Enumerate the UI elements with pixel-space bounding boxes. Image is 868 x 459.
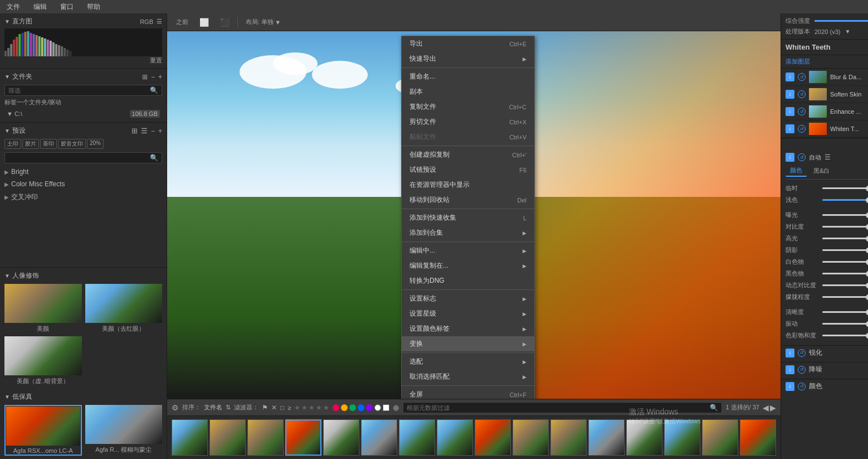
view-mode-1[interactable]: ⬜ xyxy=(196,17,212,28)
star-1[interactable]: ★ xyxy=(294,404,300,412)
slider-track-11[interactable] xyxy=(822,323,868,325)
folder-plus[interactable]: + xyxy=(158,73,162,81)
folder-toggle[interactable]: ▼ xyxy=(4,74,10,80)
film-thumb-13[interactable] xyxy=(664,419,700,456)
ctx-item-27[interactable]: 取消选择匹配 xyxy=(402,369,534,384)
strength-slider[interactable] xyxy=(815,20,868,22)
ctx-item-29[interactable]: 全屏Ctrl+F xyxy=(402,387,534,399)
folder-minus[interactable]: − xyxy=(151,73,155,81)
adj-panel-refresh[interactable]: ↺ xyxy=(798,153,806,161)
slider-track-10[interactable] xyxy=(822,311,868,313)
menu-file[interactable]: 文件 xyxy=(4,1,22,13)
star-3[interactable]: ★ xyxy=(309,404,315,412)
ctx-item-18[interactable]: 编辑复制在... xyxy=(402,258,534,273)
film-thumb-3[interactable] xyxy=(285,419,321,456)
preset-tab-2[interactable]: 茶印 xyxy=(40,139,57,149)
layer-refresh-2[interactable]: ↺ xyxy=(798,108,806,115)
portrait-item-0[interactable]: 美颜 xyxy=(4,284,82,333)
dot-red[interactable] xyxy=(333,404,339,411)
histogram-mode[interactable]: RGB xyxy=(140,18,153,25)
preset-group-cross-header[interactable]: ▶ 交叉冲印 xyxy=(4,191,162,203)
sharp-refresh[interactable]: ↺ xyxy=(798,349,806,357)
context-menu[interactable]: 导出Ctrl+E快速导出重命名...副本复制文件Ctrl+C剪切文件Ctrl+X… xyxy=(401,36,535,399)
star-5[interactable]: ★ xyxy=(323,404,329,412)
film-thumb-9[interactable] xyxy=(513,419,549,456)
histogram-reset[interactable]: 重置 xyxy=(4,56,162,65)
preset-grid-icon[interactable]: ⊞ xyxy=(131,127,138,135)
dot-blue[interactable] xyxy=(358,404,364,411)
preset-group-bright-header[interactable]: ▶ Bright xyxy=(4,167,162,177)
slider-track-9[interactable] xyxy=(822,296,868,298)
ctx-item-5[interactable]: 复制文件Ctrl+C xyxy=(402,99,534,114)
portrait-toggle[interactable]: ▼ xyxy=(4,273,10,279)
slider-track-12[interactable] xyxy=(822,335,868,336)
film-thumb-5[interactable] xyxy=(361,419,397,456)
film-thumb-14[interactable] xyxy=(702,419,738,456)
film-thumb-0[interactable] xyxy=(172,419,208,456)
lowfi-item-0[interactable]: Agfa RSX...omo LC-A xyxy=(4,405,82,456)
filter-flag-icon[interactable]: ⚑ xyxy=(262,404,268,412)
ctx-item-24[interactable]: 变换 xyxy=(402,336,534,351)
sort-arrows[interactable]: ⇅ xyxy=(226,404,231,411)
adj-auto-label[interactable]: 自动 xyxy=(809,153,821,162)
view-mode-2[interactable]: ⬛ xyxy=(217,17,233,28)
menu-help[interactable]: 帮助 xyxy=(85,1,103,13)
nav-prev[interactable]: ◀ xyxy=(763,403,769,412)
preset-list-icon[interactable]: ☰ xyxy=(141,127,148,135)
film-thumb-2[interactable] xyxy=(247,419,284,456)
slider-track-5[interactable] xyxy=(822,249,868,251)
slider-track-7[interactable] xyxy=(822,273,868,274)
ctx-item-23[interactable]: 设置颜色标签 xyxy=(402,321,534,336)
film-thumb-8[interactable] xyxy=(475,419,511,456)
ctx-item-21[interactable]: 设置标志 xyxy=(402,291,534,306)
lowfi-toggle[interactable]: ▼ xyxy=(4,394,10,400)
ctx-item-9[interactable]: 创建虚拟复制Ctrl+' xyxy=(402,147,534,162)
histogram-toggle[interactable]: ▼ xyxy=(4,18,10,25)
preset-toggle[interactable]: ▼ xyxy=(4,128,10,134)
color-refresh[interactable]: ↺ xyxy=(798,383,806,390)
ctx-item-1[interactable]: 快速导出 xyxy=(402,51,534,66)
noise-refresh[interactable]: ↺ xyxy=(798,366,806,374)
meta-filter-input[interactable] xyxy=(407,404,708,411)
ctx-item-17[interactable]: 编辑中... xyxy=(402,243,534,258)
filter-target-icon[interactable]: ⊕ xyxy=(393,403,399,412)
filter-bracket-icon[interactable]: □ xyxy=(280,404,284,412)
ctx-item-3[interactable]: 重命名... xyxy=(402,69,534,84)
film-thumb-7[interactable] xyxy=(437,419,473,456)
filter-x-icon[interactable]: ✕ xyxy=(271,404,277,412)
version-value[interactable]: 2020 (v3) xyxy=(815,28,840,35)
slider-track-6[interactable] xyxy=(822,261,868,263)
histogram-menu[interactable]: ☰ xyxy=(157,18,162,25)
dot-white[interactable] xyxy=(374,404,381,411)
dot-yellow[interactable] xyxy=(341,404,348,411)
film-thumb-10[interactable] xyxy=(550,419,587,456)
ctx-item-12[interactable]: 移动到回收站Del xyxy=(402,192,534,207)
menu-edit[interactable]: 编辑 xyxy=(31,1,49,13)
folder-icon1[interactable]: ⊞ xyxy=(142,73,148,81)
dot-purple[interactable] xyxy=(366,404,373,411)
portrait-item-1[interactable]: 美颜（去红眼） xyxy=(85,284,163,333)
preset-group-color-header[interactable]: ▶ Color Misc Effects xyxy=(4,179,162,189)
film-thumb-12[interactable] xyxy=(626,419,662,456)
film-thumb-15[interactable] xyxy=(740,419,776,456)
nav-next[interactable]: ▶ xyxy=(770,403,776,412)
portrait-item-2[interactable]: 美颜（虚..暗背景） xyxy=(4,336,82,385)
ctx-item-6[interactable]: 剪切文件Ctrl+X xyxy=(402,114,534,129)
filter-gte-icon[interactable]: ≥ xyxy=(287,404,291,411)
preset-tab-3[interactable]: 胶音文印 xyxy=(58,139,86,149)
sort-value[interactable]: 文件名 xyxy=(204,403,222,412)
adj-menu-icon[interactable]: ☰ xyxy=(825,153,831,161)
layer-refresh-1[interactable]: ↺ xyxy=(798,90,806,98)
ctx-item-15[interactable]: 添加到合集 xyxy=(402,225,534,240)
layer-refresh-3[interactable]: ↺ xyxy=(798,125,806,133)
ctx-item-19[interactable]: 转换为DNG xyxy=(402,273,534,288)
preset-tab-4[interactable]: 20% xyxy=(87,139,104,149)
film-thumb-11[interactable] xyxy=(588,419,625,456)
slider-track-1[interactable] xyxy=(822,199,868,201)
layout-button[interactable]: 布局: 单独 ▼ xyxy=(242,17,284,27)
film-thumb-1[interactable] xyxy=(209,419,246,456)
slider-track-8[interactable] xyxy=(822,284,868,286)
slider-track-3[interactable] xyxy=(822,226,868,228)
ctx-item-26[interactable]: 选配 xyxy=(402,354,534,369)
menu-window[interactable]: 窗口 xyxy=(58,1,76,13)
